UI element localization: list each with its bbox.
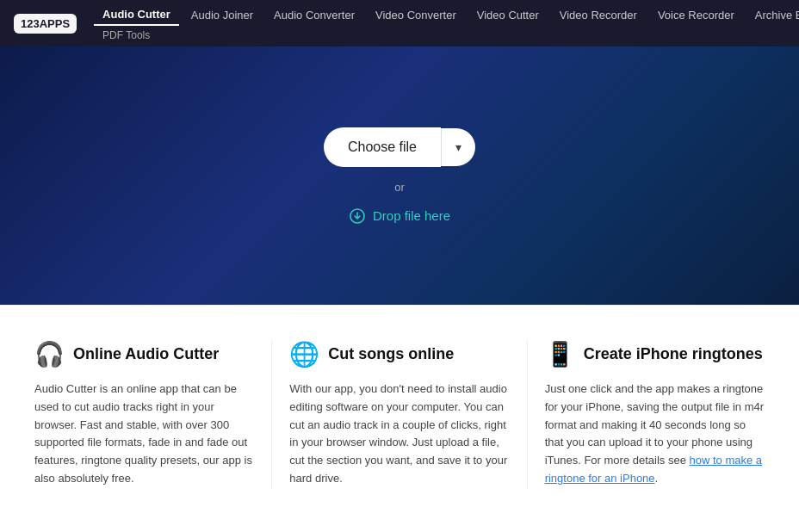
features-section: 🎧 Online Audio Cutter Audio Cutter is an…	[0, 305, 799, 514]
header: 123APPS Audio Cutter Audio Joiner Audio …	[0, 0, 799, 46]
feature-text-2: With our app, you don't need to install …	[289, 380, 509, 488]
feature-cut-songs: 🌐 Cut songs online With our app, you don…	[272, 340, 527, 488]
nav-item-video-converter[interactable]: Video Converter	[367, 5, 465, 25]
hero-section: Choose file ▾ or Drop file here	[0, 46, 799, 305]
feature-title-1: Online Audio Cutter	[73, 345, 219, 363]
nav-item-archive-extractor[interactable]: Archive Extractor	[746, 5, 799, 25]
nav-bottom-row: PDF Tools	[94, 28, 799, 43]
feature-online-audio-cutter: 🎧 Online Audio Cutter Audio Cutter is an…	[17, 340, 272, 488]
nav-item-audio-joiner[interactable]: Audio Joiner	[183, 5, 262, 25]
choose-file-button[interactable]: Choose file	[324, 127, 441, 167]
nav-item-video-recorder[interactable]: Video Recorder	[551, 5, 646, 25]
main-nav: Audio Cutter Audio Joiner Audio Converte…	[94, 4, 799, 43]
choose-file-dropdown[interactable]: ▾	[441, 128, 475, 166]
nav-item-audio-cutter[interactable]: Audio Cutter	[94, 4, 179, 26]
globe-icon: 🌐	[289, 340, 319, 368]
feature-title-2: Cut songs online	[328, 345, 454, 363]
nav-item-video-cutter[interactable]: Video Cutter	[468, 5, 548, 25]
nav-item-audio-converter[interactable]: Audio Converter	[265, 5, 363, 25]
or-text: or	[394, 181, 405, 194]
drop-file-label: Drop file here	[373, 208, 450, 223]
feature-header-3: 📱 Create iPhone ringtones	[545, 340, 765, 368]
nav-item-voice-recorder[interactable]: Voice Recorder	[649, 5, 743, 25]
feature-text-3: Just one click and the app makes a ringt…	[545, 380, 765, 488]
feature-header-2: 🌐 Cut songs online	[289, 340, 509, 368]
logo[interactable]: 123APPS	[14, 14, 77, 34]
feature-header-1: 🎧 Online Audio Cutter	[34, 340, 254, 368]
download-icon	[349, 207, 366, 225]
feature-iphone-ringtones: 📱 Create iPhone ringtones Just one click…	[528, 340, 782, 488]
feature-text-3-after: .	[655, 472, 659, 485]
nav-sub-pdf-tools[interactable]: PDF Tools	[94, 28, 158, 43]
phone-icon: 📱	[545, 340, 575, 368]
feature-text-1: Audio Cutter is an online app that can b…	[34, 380, 254, 488]
drop-file-area[interactable]: Drop file here	[349, 207, 450, 225]
file-chooser-row: Choose file ▾	[324, 127, 475, 167]
nav-top-row: Audio Cutter Audio Joiner Audio Converte…	[94, 4, 799, 26]
feature-title-3: Create iPhone ringtones	[584, 345, 763, 363]
headphone-icon: 🎧	[34, 340, 65, 368]
